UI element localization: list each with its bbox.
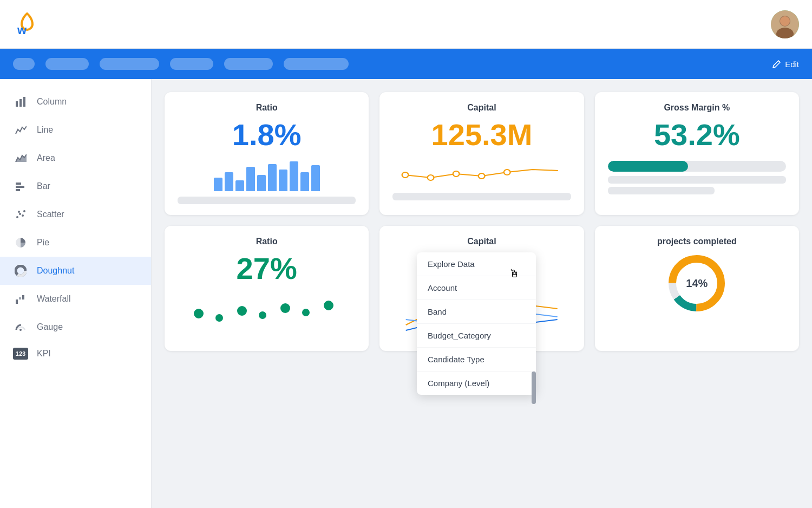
svg-point-15 xyxy=(23,210,25,212)
bar-4 xyxy=(246,167,255,191)
nav-item-6[interactable] xyxy=(284,58,349,70)
nav-item-5[interactable] xyxy=(224,58,273,70)
scroll-thumb xyxy=(532,372,536,404)
top-header: w xyxy=(0,0,812,49)
svg-rect-7 xyxy=(23,97,25,107)
area-icon xyxy=(13,151,28,166)
dropdown-item-budget-category[interactable]: Budget_Category xyxy=(417,324,536,348)
dropdown-item-explore-data[interactable]: Explore Data xyxy=(417,252,536,276)
sidebar-label-pie: Pie xyxy=(37,238,49,248)
sidebar-item-column[interactable]: Column xyxy=(0,88,151,116)
sidebar-label-kpi: KPI xyxy=(37,349,51,359)
bar-9 xyxy=(300,172,309,191)
workday-logo-icon: w xyxy=(13,10,41,38)
card-value-gross-margin: 53.2% xyxy=(608,117,786,152)
card-title-ratio-2: Ratio xyxy=(178,237,356,246)
sidebar-item-line[interactable]: Line xyxy=(0,116,151,144)
svg-point-12 xyxy=(16,216,18,218)
scroll-track xyxy=(532,372,536,395)
bar-10 xyxy=(311,165,320,191)
svg-point-4 xyxy=(780,16,790,26)
dropdown-label-account: Account xyxy=(428,283,457,292)
doughnut-icon xyxy=(13,263,28,278)
sidebar-item-area[interactable]: Area xyxy=(0,144,151,172)
nav-item-4[interactable] xyxy=(170,58,213,70)
sidebar-item-waterfall[interactable]: Waterfall xyxy=(0,285,151,313)
svg-rect-5 xyxy=(16,101,18,107)
dropdown-item-company-level[interactable]: Company (Level) xyxy=(417,372,536,395)
svg-point-27 xyxy=(479,173,485,179)
pie-icon xyxy=(13,235,28,250)
sidebar-item-gauge[interactable]: Gauge xyxy=(0,313,151,341)
bar-6 xyxy=(268,164,277,191)
nav-item-3[interactable] xyxy=(100,58,159,70)
sidebar: Column Line Area Bar Sca xyxy=(0,79,152,508)
dropdown-item-account[interactable]: Account xyxy=(417,276,536,300)
svg-point-16 xyxy=(18,211,20,213)
sidebar-label-area: Area xyxy=(37,153,55,163)
nav-bar: Edit xyxy=(0,49,812,79)
card-capital-1: Capital 125.3M xyxy=(379,92,584,215)
edit-button[interactable]: Edit xyxy=(772,59,799,69)
content-area: Ratio 1.8% Capital xyxy=(152,79,812,508)
edit-icon xyxy=(772,59,782,69)
gauge-icon xyxy=(13,320,28,335)
svg-rect-6 xyxy=(19,99,22,107)
card-ratio-1: Ratio 1.8% xyxy=(165,92,369,215)
dot-3 xyxy=(237,306,247,316)
svg-rect-11 xyxy=(16,189,20,191)
sidebar-label-scatter: Scatter xyxy=(37,210,64,219)
svg-point-26 xyxy=(453,171,460,177)
bar-5 xyxy=(257,175,266,191)
column-icon xyxy=(13,94,28,109)
edit-label: Edit xyxy=(785,60,799,69)
card-footer-bar-2 xyxy=(392,193,571,200)
scatter-chart xyxy=(178,292,356,330)
sidebar-item-pie[interactable]: Pie xyxy=(0,229,151,257)
bar-2 xyxy=(225,172,233,191)
progress-bar xyxy=(608,161,786,172)
dropdown-label-explore-data: Explore Data xyxy=(428,259,475,269)
dropdown-item-candidate-type[interactable]: Candidate Type xyxy=(417,348,536,372)
dot-2 xyxy=(215,314,223,322)
svg-rect-22 xyxy=(22,295,24,299)
svg-rect-20 xyxy=(16,299,18,304)
dropdown-label-company-level: Company (Level) xyxy=(428,379,489,388)
sidebar-label-waterfall: Waterfall xyxy=(37,294,71,304)
card-footer-bar-1 xyxy=(178,197,356,204)
bar-8 xyxy=(290,161,298,191)
dropdown-item-band[interactable]: Band xyxy=(417,300,536,324)
card-footer-bar-3b xyxy=(608,187,715,194)
card-title-capital-2: Capital xyxy=(392,237,571,246)
svg-rect-9 xyxy=(16,183,21,185)
sidebar-label-bar: Bar xyxy=(37,181,50,191)
svg-point-25 xyxy=(428,175,434,180)
card-title-gross-margin: Gross Margin % xyxy=(608,103,786,113)
scatter-icon xyxy=(13,207,28,222)
sidebar-item-kpi[interactable]: 123 KPI xyxy=(0,341,151,366)
dot-4 xyxy=(259,311,266,319)
dropdown-menu: Explore Data Account Band Budget_Categor… xyxy=(417,252,536,395)
sidebar-item-scatter[interactable]: Scatter xyxy=(0,200,151,229)
card-title-capital-1: Capital xyxy=(392,103,571,113)
sidebar-label-doughnut: Doughnut xyxy=(37,266,74,276)
bar-1 xyxy=(214,178,222,191)
donut-value: 14% xyxy=(686,277,708,290)
sidebar-label-column: Column xyxy=(37,97,67,107)
sidebar-item-bar[interactable]: Bar xyxy=(0,172,151,200)
svg-rect-21 xyxy=(19,297,21,299)
dot-6 xyxy=(302,309,310,316)
mini-bar-chart-1 xyxy=(178,159,356,191)
bar-3 xyxy=(235,180,244,191)
sidebar-item-doughnut[interactable]: Doughnut xyxy=(0,257,151,285)
nav-item-2[interactable] xyxy=(45,58,89,70)
svg-point-24 xyxy=(402,172,409,178)
svg-point-14 xyxy=(22,214,24,217)
nav-item-1[interactable] xyxy=(13,58,35,70)
card-value-ratio-1: 1.8% xyxy=(178,117,356,152)
avatar[interactable] xyxy=(771,10,799,38)
dropdown-label-budget-category: Budget_Category xyxy=(428,331,491,340)
dropdown-label-candidate-type: Candidate Type xyxy=(428,355,484,364)
bar-7 xyxy=(279,170,287,191)
card-title-projects: projects completed xyxy=(608,237,786,246)
